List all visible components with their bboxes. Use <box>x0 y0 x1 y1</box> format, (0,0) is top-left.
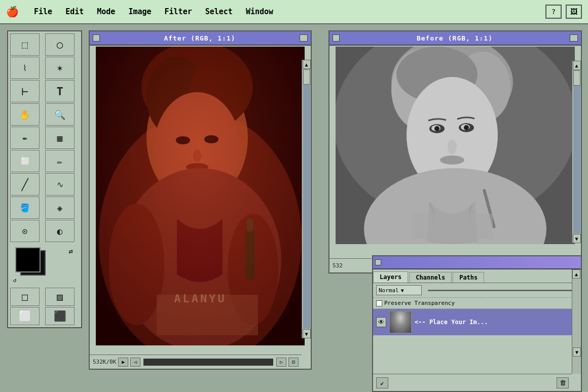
layers-bottom-bar: ↙ 🗑 <box>373 374 572 391</box>
after-title: After (RGB, 1:1) <box>103 34 297 42</box>
tool-quick-mask-off[interactable]: □ <box>10 288 40 306</box>
after-progress-bar <box>143 359 273 366</box>
after-scroll-up[interactable]: ▲ <box>303 60 311 69</box>
menu-window[interactable]: Window <box>244 6 275 17</box>
before-titlebar: Before (RGB, 1:1) <box>329 31 581 46</box>
tab-layers[interactable]: Layers <box>373 271 408 283</box>
menu-image[interactable]: Image <box>126 6 153 17</box>
after-close-button[interactable] <box>93 34 100 42</box>
tool-magic-wand[interactable]: ✶ <box>45 57 75 79</box>
after-expand-button[interactable] <box>300 34 308 42</box>
blend-mode-select[interactable]: Normal ▼ <box>376 285 422 295</box>
opacity-slider[interactable] <box>428 290 575 291</box>
layer-item: 👁 <-- Place Your Im... <box>373 309 581 335</box>
before-status-text: 532 <box>333 262 343 269</box>
before-scroll-thumb[interactable] <box>573 70 580 86</box>
delete-layer-button[interactable]: 🗑 <box>557 377 569 388</box>
tool-lasso[interactable]: ⌇ <box>10 57 40 79</box>
after-scroll-track[interactable] <box>303 69 310 329</box>
layers-titlebar <box>373 256 581 269</box>
layers-blend-row: Normal ▼ <box>373 283 581 298</box>
tool-type[interactable]: T <box>45 80 75 102</box>
tool-zoom[interactable]: 🔍 <box>45 103 75 126</box>
preserve-transparency-checkbox[interactable] <box>376 300 382 306</box>
after-titlebar: After (RGB, 1:1) <box>90 31 311 46</box>
after-status-bar: 532K/0K ▶ ◁ ▷ ⊡ <box>90 355 302 369</box>
tool-dodge[interactable]: ◐ <box>45 220 75 242</box>
icon-button[interactable]: 🖼 <box>566 5 582 19</box>
layers-tabs: Layers Channels Paths ▶ <box>373 269 581 283</box>
tool-pattern[interactable]: ▦ <box>45 127 75 149</box>
menu-right: ? 🖼 <box>545 5 582 19</box>
new-layer-button[interactable]: ↙ <box>376 377 388 388</box>
before-scroll-up[interactable]: ▲ <box>573 61 581 70</box>
screen-mode-tools: □ ▨ ⬜ ⬛ <box>10 288 79 325</box>
after-play-btn[interactable]: ▶ <box>118 358 128 367</box>
tool-hand[interactable]: ✋ <box>10 103 40 126</box>
menu-filter[interactable]: Filter <box>163 6 194 17</box>
watermark: ALANYU <box>174 292 226 305</box>
svg-rect-39 <box>336 47 575 244</box>
workspace: ⬚ ◯ ⌇ ✶ ⊢ T ✋ 🔍 ✒ ▦ ⬜ ✏ ╱ ∿ 🪣 ◈ ⊙ ◐ <box>0 24 588 392</box>
swap-colors-icon[interactable]: ⇄ <box>69 247 73 255</box>
tool-quick-mask-on[interactable]: ▨ <box>45 288 75 306</box>
menu-mode[interactable]: Mode <box>95 6 117 17</box>
after-prev-btn[interactable]: ◁ <box>130 358 140 367</box>
layer-visibility-toggle[interactable]: 👁 <box>376 317 386 327</box>
before-scroll-down[interactable]: ▼ <box>573 234 581 243</box>
after-scroll-thumb[interactable] <box>303 69 310 85</box>
after-window: After (RGB, 1:1) <box>89 30 312 370</box>
before-window: Before (RGB, 1:1) <box>328 30 582 273</box>
tab-paths[interactable]: Paths <box>453 272 484 283</box>
tool-full-screen[interactable]: ⬛ <box>45 307 75 325</box>
toolbox: ⬚ ◯ ⌇ ✶ ⊢ T ✋ 🔍 ✒ ▦ ⬜ ✏ ╱ ∿ 🪣 ◈ ⊙ ◐ <box>7 30 82 328</box>
apple-menu[interactable]: 🍎 <box>6 6 19 18</box>
tool-paint-bucket[interactable]: 🪣 <box>10 197 40 219</box>
layer-thumb-preview <box>390 311 411 333</box>
color-swatches: ⇄ ↺ <box>10 245 79 286</box>
tool-grid: ⬚ ◯ ⌇ ✶ ⊢ T ✋ 🔍 ✒ ▦ ⬜ ✏ ╱ ∿ 🪣 ◈ ⊙ ◐ <box>10 33 79 242</box>
layers-scrollbar[interactable]: ▲ ▼ <box>572 269 581 374</box>
before-title: Before (RGB, 1:1) <box>343 34 567 42</box>
before-canvas <box>336 47 575 244</box>
reset-colors-icon[interactable]: ↺ <box>13 277 17 284</box>
tool-pen[interactable]: ✒ <box>10 127 40 149</box>
preserve-transparency-row: Preserve Transparency <box>373 298 581 309</box>
after-next-btn[interactable]: ▷ <box>276 358 286 367</box>
help-button[interactable]: ? <box>545 5 562 19</box>
before-expand-button[interactable] <box>570 34 578 42</box>
layer-name-label: <-- Place Your Im... <box>415 319 488 326</box>
blend-mode-label: Normal <box>379 287 399 294</box>
tool-airbrush[interactable]: ∿ <box>45 173 75 195</box>
blend-mode-arrow: ▼ <box>401 288 404 293</box>
tool-smudge[interactable]: ◈ <box>45 197 75 219</box>
tab-channels[interactable]: Channels <box>409 272 452 283</box>
layers-scroll-down[interactable]: ▼ <box>573 347 581 357</box>
tool-line[interactable]: ╱ <box>10 173 40 195</box>
menu-select[interactable]: Select <box>203 6 235 17</box>
after-end-btn[interactable]: ⊡ <box>288 358 299 367</box>
after-scroll-down[interactable]: ▼ <box>303 329 311 338</box>
after-canvas: ALANYU <box>96 47 305 345</box>
layers-panel: Layers Channels Paths ▶ Normal ▼ Preserv… <box>372 255 582 392</box>
tool-marquee-rect[interactable]: ⬚ <box>10 33 40 56</box>
tool-crop[interactable]: ⊢ <box>10 80 40 102</box>
tool-marquee-ellipse[interactable]: ◯ <box>45 33 75 56</box>
menu-edit[interactable]: Edit <box>63 6 86 17</box>
layers-close-button[interactable] <box>375 259 381 265</box>
menu-bar: 🍎 File Edit Mode Image Filter Select Win… <box>0 0 588 24</box>
after-status-text: 532K/0K <box>93 359 116 365</box>
tool-eraser[interactable]: ⬜ <box>10 150 40 172</box>
preserve-transparency-label: Preserve Transparency <box>384 300 455 306</box>
before-scrollbar-v[interactable]: ▲ ▼ <box>572 61 581 243</box>
after-scrollbar-v[interactable]: ▲ ▼ <box>302 60 311 338</box>
before-scroll-track[interactable] <box>573 70 580 233</box>
foreground-color-swatch[interactable] <box>15 247 41 272</box>
layers-scroll-up[interactable]: ▲ <box>572 269 580 279</box>
tool-standard-screen[interactable]: ⬜ <box>10 307 40 325</box>
before-close-button[interactable] <box>333 34 340 42</box>
layer-thumbnail <box>389 311 412 333</box>
menu-file[interactable]: File <box>32 6 54 17</box>
tool-pencil[interactable]: ✏ <box>45 150 75 172</box>
tool-burn[interactable]: ⊙ <box>10 220 40 242</box>
